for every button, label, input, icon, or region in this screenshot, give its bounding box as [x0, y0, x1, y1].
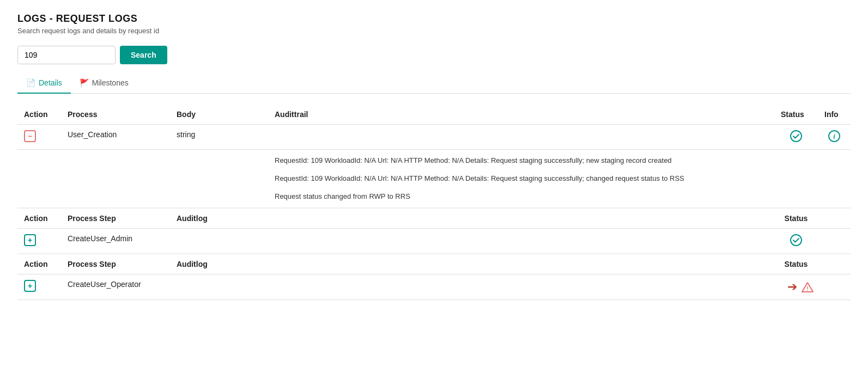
collapse-icon[interactable]: − — [24, 130, 36, 142]
header-process: Process — [61, 105, 170, 125]
tab-milestones-label: Milestones — [92, 78, 129, 87]
audit-cell — [268, 125, 774, 150]
check-circle-icon — [790, 130, 802, 142]
sub-table-1-header: Action Process Step Auditlog Status — [17, 208, 851, 229]
header-status: Status — [774, 105, 818, 125]
audit-trail-row: RequestId: 109 WorkloadId: N/A Url: N/A … — [17, 150, 851, 209]
sub1-header-action: Action — [17, 208, 61, 229]
sub1-header-audit-empty — [268, 208, 774, 229]
sub1-header-process-step: Process Step — [61, 208, 170, 229]
svg-text:!: ! — [806, 286, 808, 292]
process-cell: User_Creation — [61, 125, 170, 150]
sub1-auditlog — [170, 229, 268, 254]
sub2-header-status: Status — [774, 254, 818, 274]
svg-point-0 — [791, 131, 802, 142]
sub2-header-action: Action — [17, 254, 61, 274]
page-title: LOGS - REQUEST LOGS — [17, 13, 851, 25]
sub1-header-status: Status — [774, 208, 818, 229]
audit-entry-1: RequestId: 109 WorkloadId: N/A Url: N/A … — [275, 155, 768, 167]
expand-icon-1[interactable]: + — [24, 234, 36, 246]
body-cell: string — [170, 125, 268, 150]
svg-point-3 — [791, 235, 802, 246]
milestones-icon: 🚩 — [80, 78, 89, 87]
warning-triangle-icon: ! — [802, 281, 814, 293]
main-table: Action Process Body Audittrail Status In… — [17, 105, 851, 300]
header-body: Body — [170, 105, 268, 125]
info-circle-icon[interactable]: i — [828, 130, 840, 142]
sub-table-1-row: + CreateUser_Admin — [17, 229, 851, 254]
arrow-right-icon: ➔ — [787, 280, 797, 294]
sub1-audit-empty — [268, 229, 774, 254]
page-subtitle: Search request logs and details by reque… — [17, 27, 851, 35]
sub1-status — [774, 229, 818, 254]
audit-text: RequestId: 109 WorkloadId: N/A Url: N/A … — [275, 155, 768, 202]
header-audittrail: Audittrail — [268, 105, 774, 125]
audit-entry-3: Request status changed from RWP to RRS — [275, 191, 768, 203]
sub2-auditlog — [170, 274, 268, 300]
audit-entry-2: RequestId: 109 WorkloadId: N/A Url: N/A … — [275, 173, 768, 185]
tab-details[interactable]: 📄 Details — [17, 73, 71, 94]
page-container: LOGS - REQUEST LOGS Search request logs … — [0, 0, 868, 313]
header-info: Info — [818, 105, 851, 125]
sub2-header-process-step: Process Step — [61, 254, 170, 274]
search-input[interactable] — [17, 46, 116, 64]
sub2-header-audit-empty — [268, 254, 774, 274]
sub-table-2-row: + CreateUser_Operator ➔ ! — [17, 274, 851, 300]
sub2-audit-empty — [268, 274, 774, 300]
search-row: Search — [17, 46, 851, 64]
tab-details-label: Details — [39, 78, 62, 87]
tab-milestones[interactable]: 🚩 Milestones — [71, 73, 137, 94]
check-circle-icon-2 — [790, 234, 802, 246]
tabs: 📄 Details 🚩 Milestones — [17, 73, 851, 94]
details-icon: 📄 — [26, 78, 35, 87]
main-status-cell — [774, 125, 818, 150]
svg-text:i: i — [833, 133, 835, 140]
header-action: Action — [17, 105, 61, 125]
sub1-process-step: CreateUser_Admin — [61, 229, 170, 254]
sub2-status-cell: ➔ ! — [774, 274, 818, 299]
sub1-header-auditlog: Auditlog — [170, 208, 268, 229]
sub2-header-auditlog: Auditlog — [170, 254, 268, 274]
main-data-row: − User_Creation string i — [17, 125, 851, 150]
expand-icon-2[interactable]: + — [24, 280, 36, 292]
info-cell: i — [818, 125, 851, 150]
search-button[interactable]: Search — [120, 46, 167, 64]
sub2-process-step: CreateUser_Operator — [61, 274, 170, 300]
sub-table-2-header: Action Process Step Auditlog Status — [17, 254, 851, 274]
